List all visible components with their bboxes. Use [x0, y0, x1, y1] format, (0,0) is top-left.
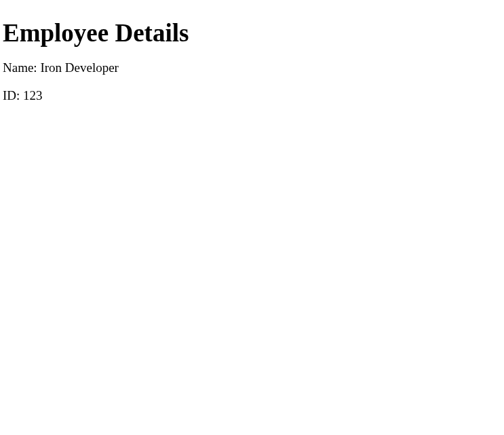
employee-name-line: Name: Iron Developer: [3, 60, 501, 75]
page-title: Employee Details: [3, 18, 501, 48]
employee-id-line: ID: 123: [3, 88, 501, 103]
